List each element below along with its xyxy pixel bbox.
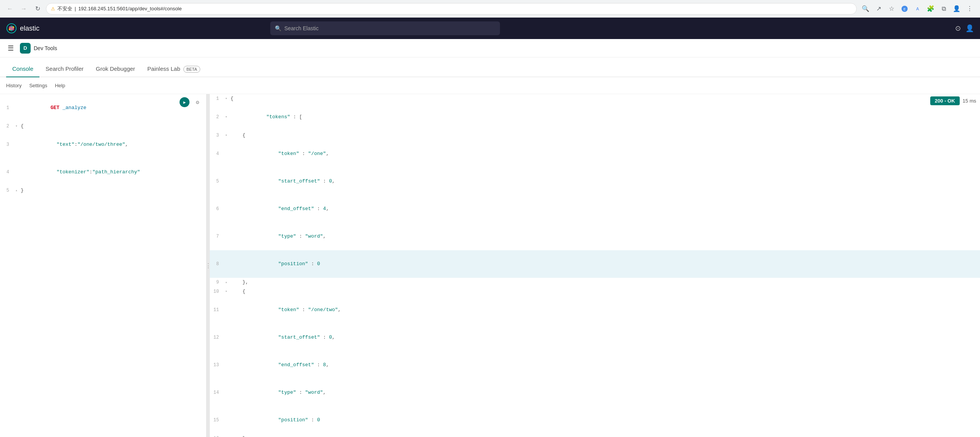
url-value: 192.168.245.151:5601/app/dev_tools#/cons… — [78, 6, 181, 11]
tab-painless-lab[interactable]: Painless Lab BETA — [141, 61, 206, 77]
status-badge: 200 - OK — [930, 96, 960, 105]
elastic-header-actions: ⊙ 👤 — [955, 24, 974, 33]
tab-grok-debugger[interactable]: Grok Debugger — [90, 61, 141, 77]
bookmark-button[interactable]: ☆ — [886, 3, 897, 15]
browser-actions: 🔍 ↗ ☆ E A 🧩 ⧉ 👤 ⋮ — [860, 3, 975, 15]
editor-line-3: 3 "text":"/one/two/three", — [0, 131, 206, 158]
console-container: ▶ ⚙ 1 GET _analyze 2 ▾ { 3 — [0, 94, 980, 437]
elastic-search-bar[interactable]: 🔍 Search Elastic — [270, 21, 500, 35]
resp-line-14: 14 "type" : "word", — [210, 379, 980, 406]
extension1-button[interactable]: E — [899, 3, 910, 15]
svg-text:A: A — [916, 7, 919, 11]
translate-button[interactable]: A — [912, 3, 923, 15]
profile-button[interactable]: 👤 — [951, 3, 962, 15]
elastic-logo-text: elastic — [20, 24, 39, 33]
lock-icon: ⚠ — [51, 6, 55, 11]
extension1-icon: E — [901, 5, 908, 12]
resp-line-10: 10 ▾ { — [210, 287, 980, 296]
search-button[interactable]: 🔍 — [860, 3, 871, 15]
browser-chrome: ← → ↻ ⚠ 不安全 | 192.168.245.151:5601/app/d… — [0, 0, 980, 18]
url-separator: | — [75, 6, 76, 11]
editor-line-2: 2 ▾ { — [0, 122, 206, 131]
search-icon: 🔍 — [275, 25, 281, 31]
resp-line-6: 6 "end_offset" : 4, — [210, 195, 980, 223]
app-name[interactable]: Dev Tools — [34, 45, 57, 51]
elastic-logo-icon — [6, 23, 17, 34]
resp-line-7: 7 "type" : "word", — [210, 223, 980, 250]
dev-tools-tabs: Console Search Profiler Grok Debugger Pa… — [0, 57, 980, 77]
tab-console[interactable]: Console — [6, 61, 39, 77]
back-button[interactable]: ← — [5, 3, 15, 14]
resp-line-3: 3 ▾ { — [210, 131, 980, 140]
editor-pane: ▶ ⚙ 1 GET _analyze 2 ▾ { 3 — [0, 94, 207, 437]
time-badge: 15 ms — [963, 98, 976, 104]
app-icon: D — [20, 43, 31, 54]
forward-button[interactable]: → — [18, 3, 29, 14]
run-button[interactable]: ▶ — [180, 97, 189, 107]
settings-button[interactable]: Settings — [29, 83, 47, 88]
resp-line-12: 12 "start_offset" : 0, — [210, 324, 980, 351]
address-bar[interactable]: ⚠ 不安全 | 192.168.245.151:5601/app/dev_too… — [46, 3, 857, 15]
elastic-logo[interactable]: elastic — [6, 23, 39, 34]
editor-line-4: 4 "tokenizer":"path_hierarchy" — [0, 158, 206, 186]
help-button[interactable]: Help — [55, 83, 65, 88]
editor-toolbar: ▶ ⚙ — [180, 97, 203, 107]
url-text: 不安全 — [57, 5, 72, 12]
code-editor[interactable]: 1 GET _analyze 2 ▾ { 3 "text":"/one/two/… — [0, 94, 206, 437]
beta-badge: BETA — [183, 66, 200, 73]
editor-line-1: 1 GET _analyze — [0, 94, 206, 122]
editor-line-5: 5 ▴ } — [0, 186, 206, 195]
hamburger-menu[interactable]: ☰ — [6, 42, 15, 54]
user-icon[interactable]: 👤 — [965, 24, 974, 33]
window-button[interactable]: ⧉ — [938, 3, 949, 15]
kibana-nav: ☰ D Dev Tools — [0, 39, 980, 57]
breadcrumb: D Dev Tools — [20, 43, 57, 54]
elastic-header: elastic 🔍 Search Elastic ⊙ 👤 — [0, 18, 980, 39]
reload-button[interactable]: ↻ — [32, 3, 43, 14]
translate-icon: A — [914, 5, 921, 12]
history-button[interactable]: History — [6, 83, 21, 88]
resp-line-13: 13 "end_offset" : 8, — [210, 351, 980, 379]
resp-line-4: 4 "token" : "/one", — [210, 140, 980, 168]
svg-text:E: E — [903, 7, 906, 11]
response-pane: 200 - OK 15 ms 1 ▾ { 2 ▾ "tokens" : [ 3 … — [210, 94, 980, 437]
resp-line-5: 5 "start_offset" : 0, — [210, 168, 980, 195]
resp-line-11: 11 "token" : "/one/two", — [210, 296, 980, 324]
resp-line-9: 9 ▴ }, — [210, 278, 980, 287]
search-placeholder: Search Elastic — [284, 25, 318, 31]
share-button[interactable]: ↗ — [873, 3, 884, 15]
wrench-button[interactable]: ⚙ — [193, 97, 203, 107]
tab-search-profiler[interactable]: Search Profiler — [39, 61, 90, 77]
response-code[interactable]: 1 ▾ { 2 ▾ "tokens" : [ 3 ▾ { 4 — [210, 94, 980, 437]
pane-divider[interactable] — [207, 94, 210, 437]
resp-line-2: 2 ▾ "tokens" : [ — [210, 103, 980, 131]
help-icon[interactable]: ⊙ — [955, 24, 961, 33]
resp-line-1: 1 ▾ { — [210, 94, 980, 103]
resp-line-16: 16 ▴ }, — [210, 434, 980, 437]
menu-button[interactable]: ⋮ — [964, 3, 975, 15]
puzzle-button[interactable]: 🧩 — [925, 3, 936, 15]
response-toolbar: 200 - OK 15 ms — [930, 96, 976, 105]
resp-line-15: 15 "position" : 0 — [210, 406, 980, 434]
toolbar: History Settings Help — [0, 77, 980, 94]
resp-line-8: 8 "position" : 0 — [210, 250, 980, 278]
